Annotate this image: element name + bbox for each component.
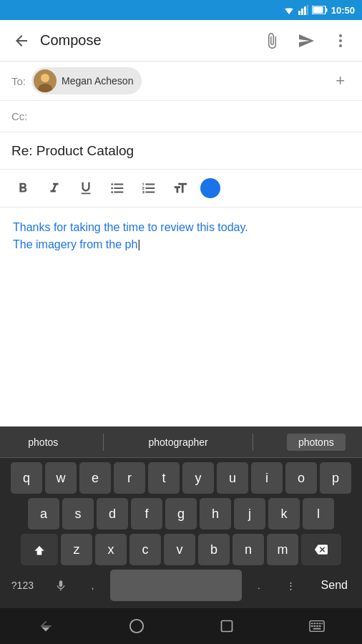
add-recipient-button[interactable]: + [330,69,351,93]
subject-field[interactable]: Re: Product Catalog [0,132,362,170]
email-body-text: Thanks for taking the time to review thi… [13,219,349,253]
num-key[interactable]: ?123 [1,570,44,601]
back-button[interactable] [7,26,36,55]
period-key[interactable]: . [245,570,273,601]
bold-button[interactable] [9,174,37,203]
status-icons: 10:50 [283,5,355,16]
nav-home-button[interactable] [129,618,145,634]
key-row-3: z x c v b n m [1,534,361,565]
send-button[interactable] [292,26,321,55]
nav-back-button[interactable] [38,618,54,634]
format-toolbar [0,170,362,208]
mic-key[interactable] [47,570,75,601]
wifi-icon [283,6,295,14]
send-key[interactable]: Send [308,570,361,601]
recipient-chip[interactable]: Megan Acheson [31,67,142,94]
svg-rect-22 [318,623,321,624]
key-f[interactable]: f [131,498,162,530]
key-w[interactable]: w [45,462,77,494]
key-g[interactable]: g [165,498,197,530]
svg-point-9 [339,34,342,37]
to-field[interactable]: To: Megan Acheson + [0,62,362,101]
recipient-name: Megan Acheson [62,75,133,87]
key-p[interactable]: p [320,462,351,494]
status-time: 10:50 [331,5,355,16]
nav-recent-button[interactable] [220,619,234,633]
svg-rect-28 [313,628,321,630]
subject-text: Re: Product Catalog [11,143,134,159]
key-s[interactable]: s [62,498,94,530]
svg-rect-21 [316,623,318,624]
key-m[interactable]: m [267,534,298,565]
keyboard-area: photos photographer photons q w e r t y … [0,426,362,608]
shift-key[interactable] [21,534,58,565]
suggestion-photos[interactable]: photos [16,434,69,451]
status-bar: 10:50 [0,0,362,20]
key-v[interactable]: v [164,534,195,565]
svg-rect-7 [313,7,323,14]
numbered-list-button[interactable] [134,174,163,203]
key-a[interactable]: a [28,498,59,530]
to-label: To: [11,75,26,87]
key-q[interactable]: q [11,462,42,494]
page-title: Compose [40,32,258,49]
svg-rect-23 [321,623,323,624]
comma-key[interactable]: , [78,570,107,601]
more-options-button[interactable] [326,26,355,55]
key-d[interactable]: d [97,498,128,530]
key-y[interactable]: y [182,462,214,494]
toolbar: Compose [0,20,362,62]
svg-rect-25 [313,625,315,627]
keyboard: q w e r t y u i o p a s d f g h j k l [0,458,362,608]
svg-rect-20 [313,623,315,624]
key-x[interactable]: x [95,534,127,565]
key-r[interactable]: r [114,462,145,494]
key-o[interactable]: o [285,462,317,494]
key-l[interactable]: l [303,498,334,530]
key-h[interactable]: h [200,498,231,530]
key-t[interactable]: t [148,462,180,494]
email-body[interactable]: Thanks for taking the time to review thi… [0,208,362,279]
more-key[interactable]: ⋮ [276,570,305,601]
svg-point-13 [41,74,49,82]
key-z[interactable]: z [61,534,92,565]
svg-rect-17 [221,621,232,632]
key-k[interactable]: k [268,498,300,530]
spacebar[interactable] [110,570,242,601]
suggestion-divider-1 [103,434,104,451]
svg-rect-27 [318,625,321,627]
svg-rect-26 [316,625,318,627]
svg-point-10 [339,39,342,42]
key-j[interactable]: j [234,498,265,530]
attach-button[interactable] [258,26,286,55]
toolbar-actions [258,26,355,55]
compose-area: To: Megan Acheson + Cc: Re: Product Cata… [0,62,362,279]
battery-icon [312,6,328,14]
suggestion-divider-2 [253,434,253,451]
italic-button[interactable] [40,174,69,203]
svg-point-11 [339,44,342,47]
key-b[interactable]: b [198,534,230,565]
suggestion-photons[interactable]: photons [287,434,346,451]
svg-rect-5 [307,5,308,15]
suggestion-photographer[interactable]: photographer [137,434,219,451]
key-c[interactable]: c [129,534,161,565]
bullet-list-button[interactable] [103,174,132,203]
nav-keyboard-button[interactable] [309,620,325,633]
underline-button[interactable] [72,174,100,203]
avatar [34,69,57,92]
key-n[interactable]: n [233,534,264,565]
svg-rect-19 [310,623,313,624]
delete-key[interactable] [301,534,341,565]
key-row-2: a s d f g h j k l [1,498,361,530]
key-i[interactable]: i [251,462,283,494]
key-e[interactable]: e [79,462,111,494]
svg-marker-15 [41,628,49,632]
svg-rect-24 [310,625,313,627]
cc-field[interactable]: Cc: [0,101,362,132]
key-row-1: q w e r t y u i o p [1,462,361,494]
text-color-button[interactable] [200,178,220,198]
key-row-4: ?123 , . ⋮ Send [1,570,361,601]
key-u[interactable]: u [217,462,248,494]
text-size-button[interactable] [166,174,195,203]
